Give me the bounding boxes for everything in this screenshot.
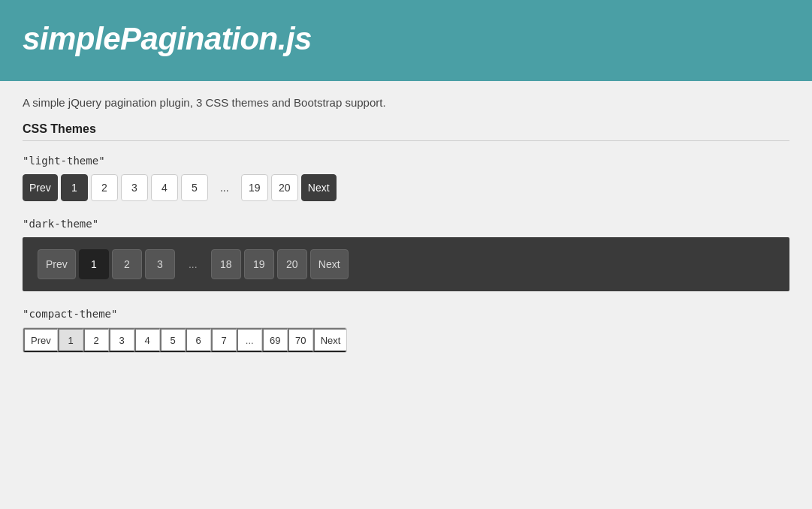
ellipsis: ... xyxy=(178,249,208,279)
page-button[interactable]: 5 xyxy=(181,174,208,201)
page-button[interactable]: 4 xyxy=(151,174,178,201)
prev-button[interactable]: Prev xyxy=(23,328,58,352)
compact-theme-label: "compact-theme" xyxy=(23,308,789,320)
ellipsis: ... xyxy=(211,174,238,201)
page-button[interactable]: 1 xyxy=(58,328,83,352)
page-button[interactable]: 19 xyxy=(244,249,274,279)
page-button[interactable]: 20 xyxy=(271,174,298,201)
page-wrapper: simplePagination.js A simple jQuery pagi… xyxy=(0,0,812,509)
next-button[interactable]: Next xyxy=(301,174,337,201)
light-theme-label: "light-theme" xyxy=(23,155,789,167)
page-button[interactable]: 1 xyxy=(61,174,88,201)
page-button[interactable]: 3 xyxy=(109,328,134,352)
page-button[interactable]: 18 xyxy=(211,249,241,279)
page-button[interactable]: 20 xyxy=(277,249,307,279)
page-button[interactable]: 5 xyxy=(160,328,186,352)
page-button[interactable]: 19 xyxy=(241,174,268,201)
prev-button[interactable]: Prev xyxy=(23,174,58,201)
ellipsis: ... xyxy=(237,328,262,352)
content: A simple jQuery pagination plugin, 3 CSS… xyxy=(0,81,812,390)
css-themes-title: CSS Themes xyxy=(23,122,789,136)
next-button[interactable]: Next xyxy=(310,249,349,279)
page-button[interactable]: 2 xyxy=(91,174,118,201)
page-button[interactable]: 6 xyxy=(186,328,211,352)
description: A simple jQuery pagination plugin, 3 CSS… xyxy=(23,96,789,109)
page-button[interactable]: 3 xyxy=(145,249,175,279)
compact-theme-pagination: Prev1234567...6970Next xyxy=(23,327,347,353)
dark-theme-container: Prev123...181920Next xyxy=(23,237,789,291)
page-button[interactable]: 1 xyxy=(79,249,109,279)
light-theme-pagination: Prev12345...1920Next xyxy=(23,174,789,201)
page-button[interactable]: 7 xyxy=(211,328,237,352)
page-button[interactable]: 3 xyxy=(121,174,148,201)
page-button[interactable]: 2 xyxy=(83,328,109,352)
dark-theme-label: "dark-theme" xyxy=(23,218,789,230)
header: simplePagination.js xyxy=(0,0,812,81)
dark-theme-pagination: Prev123...181920Next xyxy=(38,249,774,279)
page-button[interactable]: 4 xyxy=(134,328,160,352)
page-button[interactable]: 69 xyxy=(262,328,288,352)
divider xyxy=(23,140,789,141)
prev-button[interactable]: Prev xyxy=(38,249,76,279)
page-title: simplePagination.js xyxy=(23,21,789,57)
page-button[interactable]: 70 xyxy=(288,328,313,352)
next-button[interactable]: Next xyxy=(313,328,347,352)
page-button[interactable]: 2 xyxy=(112,249,142,279)
